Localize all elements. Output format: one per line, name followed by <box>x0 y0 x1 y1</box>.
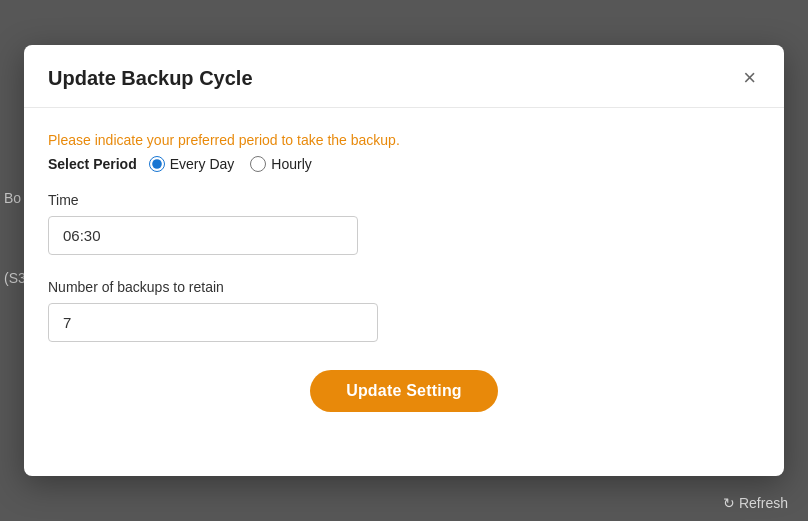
radio-everyday[interactable]: Every Day <box>149 156 235 172</box>
update-setting-button[interactable]: Update Setting <box>310 370 498 412</box>
retain-input[interactable] <box>48 303 378 342</box>
refresh-icon: ↻ <box>723 495 735 511</box>
retain-field-group: Number of backups to retain <box>48 279 760 370</box>
radio-hourly[interactable]: Hourly <box>250 156 311 172</box>
info-message: Please indicate your preferred period to… <box>48 132 760 148</box>
info-text-content: Please indicate your preferred period to… <box>48 132 400 148</box>
bg-text-bo: Bo <box>0 190 21 206</box>
modal-container: Update Backup Cycle × Please indicate yo… <box>24 45 784 476</box>
close-button[interactable]: × <box>739 65 760 91</box>
modal-header: Update Backup Cycle × <box>24 45 784 108</box>
modal-title: Update Backup Cycle <box>48 67 253 90</box>
radio-hourly-input[interactable] <box>250 156 266 172</box>
period-row: Select Period Every Day Hourly <box>48 156 760 172</box>
time-label: Time <box>48 192 760 208</box>
modal-footer: Update Setting <box>48 370 760 444</box>
refresh-label: Refresh <box>739 495 788 511</box>
radio-everyday-label: Every Day <box>170 156 235 172</box>
modal-body: Please indicate your preferred period to… <box>24 108 784 476</box>
radio-group: Every Day Hourly <box>149 156 312 172</box>
refresh-button[interactable]: ↻ Refresh <box>723 495 788 511</box>
time-input[interactable] <box>48 216 358 255</box>
bg-text-s3: (S3 <box>0 270 26 286</box>
select-period-label: Select Period <box>48 156 137 172</box>
radio-everyday-input[interactable] <box>149 156 165 172</box>
retain-label: Number of backups to retain <box>48 279 760 295</box>
radio-hourly-label: Hourly <box>271 156 311 172</box>
time-field-group: Time <box>48 192 760 279</box>
